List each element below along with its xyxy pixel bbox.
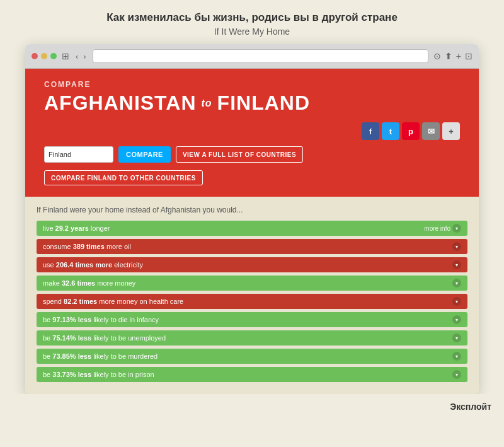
dropdown-arrow-icon[interactable]: ▾: [452, 352, 461, 361]
intro-text: If Finland were your home instead of Afg…: [37, 206, 467, 214]
facebook-btn[interactable]: f: [362, 122, 379, 140]
stat-bar[interactable]: be 97.13% less likely to die in infancy▾: [37, 312, 467, 327]
stat-more[interactable]: ▾: [452, 260, 461, 269]
stat-bar[interactable]: make 32.6 times more money▾: [37, 276, 467, 291]
windows-icon[interactable]: ⊡: [465, 51, 472, 61]
footer-area: Эксплойт: [0, 394, 504, 417]
more-btn[interactable]: +: [442, 122, 460, 140]
social-row: f t p ✉ +: [44, 122, 460, 140]
browser-window: ⊞ ‹ › ⊙ ⬆ + ⊡ COMPARE AFGHANISTAN to FI: [25, 44, 479, 394]
stat-text: live 29.2 years longer: [43, 224, 110, 232]
browser-dots: [32, 53, 57, 59]
footer-label: Эксплойт: [450, 402, 491, 412]
compare-countries: AFGHANISTAN to FINLAND: [44, 91, 460, 115]
stat-bar[interactable]: be 73.85% less likely to be murdered▾: [37, 349, 467, 364]
view-countries-button[interactable]: VIEW A FULL LIST OF COUNTRIES: [176, 146, 303, 163]
dot-green[interactable]: [50, 53, 57, 59]
dropdown-arrow-icon[interactable]: ▾: [452, 315, 461, 324]
page-title: Как изменилась бы жизнь, родись вы в дру…: [0, 11, 504, 24]
stat-text: be 97.13% less likely to die in infancy: [43, 316, 159, 323]
stat-more[interactable]: ▾: [452, 370, 461, 379]
stat-more[interactable]: more info▾: [424, 224, 461, 233]
forward-arrow[interactable]: ›: [82, 52, 87, 61]
twitter-btn[interactable]: t: [382, 122, 399, 140]
social-icons: f t p ✉ +: [362, 122, 460, 140]
dropdown-arrow-icon[interactable]: ▾: [452, 297, 461, 306]
stat-more[interactable]: ▾: [452, 297, 461, 306]
dropdown-arrow-icon[interactable]: ▾: [452, 224, 461, 233]
reload-icon[interactable]: ⊙: [433, 51, 441, 61]
to-word: to: [202, 98, 212, 109]
browser-actions: ⊙ ⬆ + ⊡: [433, 51, 472, 61]
compare-button[interactable]: COMPARE: [118, 146, 171, 163]
share-icon[interactable]: ⬆: [445, 51, 452, 61]
stat-bar[interactable]: be 33.73% less likely to be in prison▾: [37, 367, 467, 382]
site-header: COMPARE AFGHANISTAN to FINLAND f t p ✉ +: [25, 69, 479, 197]
pinterest-btn[interactable]: p: [402, 122, 420, 140]
back-arrow[interactable]: ‹: [74, 52, 79, 61]
stat-bar[interactable]: use 206.4 times more electricity▾: [37, 257, 467, 272]
dot-yellow[interactable]: [41, 53, 47, 59]
add-tab-icon[interactable]: +: [456, 51, 461, 61]
tab-icon[interactable]: ⊞: [62, 51, 69, 61]
stat-text: be 33.73% less likely to be in prison: [43, 371, 154, 378]
stat-text: consume 389 times more oil: [43, 243, 131, 250]
page-subtitle: If It Were My Home: [0, 26, 504, 37]
stat-bar[interactable]: live 29.2 years longermore info▾: [37, 221, 467, 236]
stat-bar[interactable]: be 75.14% less likely to be unemployed▾: [37, 330, 467, 345]
country-select[interactable]: Finland France Germany: [44, 146, 113, 163]
dot-red[interactable]: [32, 53, 38, 59]
dropdown-arrow-icon[interactable]: ▾: [452, 370, 461, 379]
stat-bar[interactable]: spend 82.2 times more money on health ca…: [37, 294, 467, 309]
website-content: COMPARE AFGHANISTAN to FINLAND f t p ✉ +: [25, 69, 479, 394]
dropdown-arrow-icon[interactable]: ▾: [452, 260, 461, 269]
browser-chrome: ⊞ ‹ › ⊙ ⬆ + ⊡: [25, 44, 479, 69]
stat-more[interactable]: ▾: [452, 279, 461, 287]
stat-text: be 73.85% less likely to be murdered: [43, 352, 158, 360]
dropdown-arrow-icon[interactable]: ▾: [452, 279, 461, 287]
stat-bar[interactable]: consume 389 times more oil▾: [37, 239, 467, 254]
country1-name: AFGHANISTAN: [44, 91, 197, 115]
dropdown-arrow-icon[interactable]: ▾: [452, 334, 461, 342]
compare-finland-button[interactable]: COMPARE FINLAND TO OTHER COUNTRIES: [44, 170, 203, 185]
stat-more[interactable]: ▾: [452, 352, 461, 361]
email-btn[interactable]: ✉: [422, 122, 440, 140]
header-area: Как изменилась бы жизнь, родись вы в дру…: [0, 0, 504, 44]
stat-bars-container: live 29.2 years longermore info▾consume …: [37, 221, 467, 382]
page-wrapper: Как изменилась бы жизнь, родись вы в дру…: [0, 0, 504, 447]
stat-more[interactable]: ▾: [452, 315, 461, 324]
stat-text: use 206.4 times more electricity: [43, 261, 143, 269]
country2-name: FINLAND: [217, 91, 310, 115]
dropdown-arrow-icon[interactable]: ▾: [452, 242, 461, 251]
compare-finland-row: COMPARE FINLAND TO OTHER COUNTRIES: [44, 166, 460, 185]
address-bar[interactable]: [93, 49, 428, 63]
stat-more[interactable]: ▾: [452, 242, 461, 251]
browser-nav: ‹ ›: [74, 52, 88, 61]
stat-text: be 75.14% less likely to be unemployed: [43, 334, 166, 342]
compare-label: COMPARE: [44, 80, 460, 89]
stat-text: make 32.6 times more money: [43, 279, 135, 287]
controls-row: Finland France Germany COMPARE VIEW A FU…: [44, 146, 460, 163]
main-content: If Finland were your home instead of Afg…: [25, 197, 479, 394]
stat-more[interactable]: ▾: [452, 334, 461, 342]
stat-text: spend 82.2 times more money on health ca…: [43, 298, 183, 305]
